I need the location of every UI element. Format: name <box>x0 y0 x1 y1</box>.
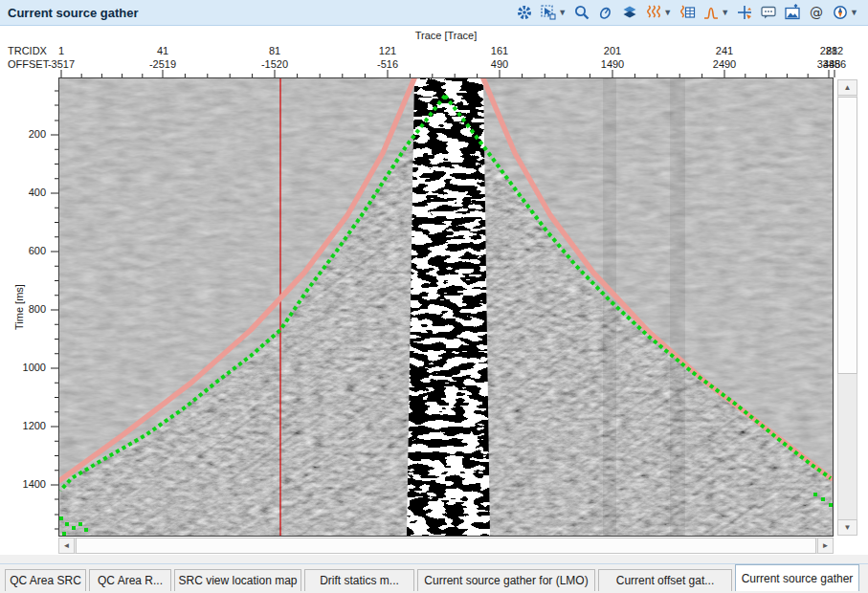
trcidx-tick-label: 282 <box>826 45 843 56</box>
time-tick-label: 400 <box>4 187 46 198</box>
stray-pick <box>84 528 88 532</box>
tab-current-source-gather-for-lmo[interactable]: Current source gather for (LMO) <box>417 569 595 591</box>
chevron-down-icon[interactable]: ▼ <box>558 9 567 17</box>
stray-pick <box>72 526 76 530</box>
stray-pick <box>821 497 825 501</box>
scroll-right-button[interactable]: ► <box>817 538 834 554</box>
tab-qc-area-r[interactable]: QC Area R... <box>89 569 171 591</box>
toolbar: ▼▼▼@▼ <box>516 4 868 21</box>
left-arrow-icon: ◄ <box>63 541 71 550</box>
top-axis-ticks <box>0 70 868 77</box>
wiggle-display-icon[interactable]: ▼ <box>645 4 672 21</box>
v-scrollbar-thumb[interactable] <box>837 97 857 374</box>
layers-icon[interactable] <box>621 4 638 21</box>
seismic-plot-canvas[interactable] <box>58 77 834 537</box>
scroll-down-button[interactable]: ▼ <box>837 519 857 536</box>
trcidx-tick-label: 1 <box>58 45 64 56</box>
offset-tick-label: -516 <box>377 58 398 70</box>
tab-src-view-location-map[interactable]: SRC view location map <box>174 569 301 591</box>
snap-icon[interactable]: @ <box>808 4 825 21</box>
time-axis-ticks <box>49 78 58 536</box>
stray-pick <box>813 493 817 496</box>
trcidx-tick-label: 201 <box>604 45 621 56</box>
tab-current-offset-gat[interactable]: Current offset gat... <box>598 569 732 591</box>
down-arrow-icon: ▼ <box>844 523 852 532</box>
trcidx-tick-label: 81 <box>269 45 280 56</box>
selection-mode-icon[interactable]: ▼ <box>540 4 567 21</box>
tab-qc-area-src[interactable]: QC Area SRC <box>5 569 86 591</box>
time-tick-label: 200 <box>4 128 46 140</box>
chevron-down-icon[interactable]: ▼ <box>663 9 672 17</box>
chevron-down-icon[interactable]: ▼ <box>721 9 729 17</box>
offset-tick-label: -2519 <box>149 58 176 70</box>
compass-icon[interactable]: ▼ <box>832 4 858 21</box>
offset-tick-label: 1490 <box>601 58 624 70</box>
mouse-pan-icon[interactable] <box>597 4 614 21</box>
trcidx-tick-label: 241 <box>716 45 733 56</box>
histogram-icon[interactable]: ▼ <box>702 4 729 21</box>
svg-text:@: @ <box>810 5 823 20</box>
up-arrow-icon: ▲ <box>844 83 852 92</box>
stray-pick <box>62 532 66 536</box>
scroll-up-button[interactable]: ▲ <box>837 79 857 96</box>
offset-tick-label: 2490 <box>713 58 736 70</box>
scroll-left-button[interactable]: ◄ <box>58 538 75 554</box>
export-image-icon[interactable] <box>784 4 801 21</box>
comment-icon[interactable] <box>760 4 777 21</box>
h-scrollbar-thumb[interactable] <box>76 538 816 554</box>
view-tab-bar: QC Area SRCQC Area R...SRC view location… <box>0 563 868 591</box>
panel-title: Current source gather <box>0 6 139 20</box>
right-arrow-icon: ► <box>822 541 830 550</box>
app-window: Current source gather ▼▼▼@▼ Trace [Trace… <box>0 0 868 593</box>
time-tick-label: 1000 <box>4 362 46 373</box>
time-tick-label: 1200 <box>4 420 46 431</box>
stray-pick <box>59 516 63 520</box>
stray-pick <box>78 522 82 526</box>
trcidx-row-label: TRCIDX <box>8 45 47 56</box>
offset-tick-label: 3486 <box>823 58 846 70</box>
offset-tick-label: -1520 <box>261 58 288 70</box>
trace-table-icon[interactable] <box>679 4 696 21</box>
pick-crosshair-icon[interactable] <box>736 4 753 21</box>
tab-current-source-gather[interactable]: Current source gather <box>735 564 859 591</box>
time-tick-label: 800 <box>4 303 46 315</box>
zoom-icon[interactable] <box>573 4 590 21</box>
top-axis-title: Trace [Trace] <box>415 30 478 41</box>
trcidx-tick-label: 121 <box>379 45 396 56</box>
time-tick-label: 600 <box>4 245 46 256</box>
stray-pick <box>829 503 833 507</box>
tab-drift-statics-m[interactable]: Drift statics m... <box>304 569 414 591</box>
offset-tick-label: -3517 <box>48 58 75 70</box>
time-tick-label: 1400 <box>4 478 46 490</box>
trcidx-tick-label: 161 <box>491 45 508 56</box>
chevron-down-icon[interactable]: ▼ <box>850 9 858 17</box>
offset-tick-label: 490 <box>491 58 508 70</box>
trcidx-tick-label: 41 <box>157 45 168 56</box>
stray-pick <box>65 522 69 526</box>
offset-row-label: OFFSET <box>8 58 49 70</box>
settings-gear-icon[interactable] <box>516 4 533 21</box>
panel-titlebar: Current source gather ▼▼▼@▼ <box>0 0 868 26</box>
